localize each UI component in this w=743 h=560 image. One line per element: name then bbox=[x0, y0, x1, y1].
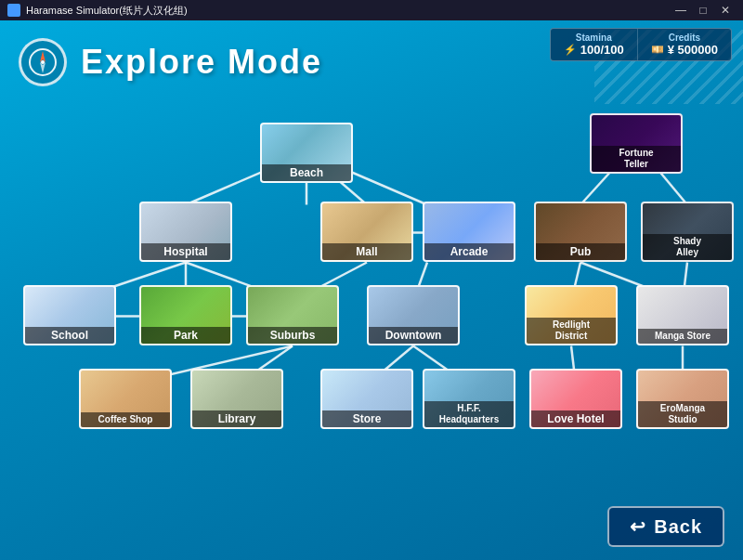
page-title: Explore Mode bbox=[81, 43, 322, 82]
location-hff[interactable]: H.F.F.Headquarters bbox=[423, 369, 515, 429]
main-area: Stamina ⚡ 100/100 Credits 💴 ¥ 500000 Exp… bbox=[0, 20, 743, 560]
location-lovehotel[interactable]: Love Hotel bbox=[529, 369, 622, 429]
location-label-park: Park bbox=[141, 327, 230, 344]
location-label-beach: Beach bbox=[262, 164, 351, 181]
location-downtown[interactable]: Downtown bbox=[367, 285, 460, 345]
minimize-button[interactable]: — bbox=[671, 2, 691, 19]
location-pub[interactable]: Pub bbox=[534, 202, 627, 262]
location-label-library: Library bbox=[192, 410, 281, 427]
location-beach[interactable]: Beach bbox=[260, 123, 353, 183]
back-button[interactable]: ↩ Back bbox=[607, 506, 724, 547]
location-eromanga[interactable]: EroMangaStudio bbox=[636, 369, 729, 429]
location-fortuneteller[interactable]: FortuneTeller bbox=[590, 113, 683, 174]
location-label-downtown: Downtown bbox=[369, 327, 458, 344]
location-label-coffeeshop: Coffee Shop bbox=[81, 412, 170, 427]
location-label-arcade: Arcade bbox=[424, 243, 514, 260]
map-container: BeachFortuneTellerHospitalMallArcadePubS… bbox=[0, 104, 743, 504]
location-mall[interactable]: Mall bbox=[320, 202, 413, 262]
location-coffeeshop[interactable]: Coffee Shop bbox=[79, 369, 172, 429]
app-title: Haramase Simulator(纸片人汉化组) bbox=[26, 4, 188, 18]
location-school[interactable]: School bbox=[23, 285, 116, 345]
location-label-eromanga: EroMangaStudio bbox=[638, 401, 727, 427]
location-hospital[interactable]: Hospital bbox=[139, 202, 232, 262]
location-label-hospital: Hospital bbox=[141, 243, 230, 260]
app-icon bbox=[7, 4, 20, 17]
location-label-fortuneteller: FortuneTeller bbox=[592, 146, 681, 172]
location-redlight[interactable]: RedlightDistrict bbox=[525, 285, 618, 345]
location-label-mall: Mall bbox=[322, 243, 411, 260]
back-icon: ↩ bbox=[630, 515, 646, 538]
back-label: Back bbox=[654, 516, 702, 538]
location-suburbs[interactable]: Suburbs bbox=[246, 285, 339, 345]
location-label-mangastore: Manga Store bbox=[638, 329, 727, 344]
location-label-suburbs: Suburbs bbox=[248, 327, 337, 344]
location-shadyalley[interactable]: ShadyAlley bbox=[641, 202, 734, 262]
location-library[interactable]: Library bbox=[190, 369, 283, 429]
svg-point-3 bbox=[41, 60, 45, 64]
page-header: Explore Mode bbox=[0, 30, 743, 95]
location-mangastore[interactable]: Manga Store bbox=[636, 285, 729, 345]
close-button[interactable]: ✕ bbox=[715, 2, 736, 19]
compass-icon bbox=[19, 38, 67, 86]
location-label-lovehotel: Love Hotel bbox=[531, 410, 620, 427]
location-label-redlight: RedlightDistrict bbox=[527, 318, 616, 344]
location-label-school: School bbox=[25, 327, 114, 344]
location-label-hff: H.F.F.Headquarters bbox=[424, 401, 514, 427]
title-bar-left: Haramase Simulator(纸片人汉化组) bbox=[7, 4, 188, 18]
location-arcade[interactable]: Arcade bbox=[423, 202, 515, 262]
location-label-pub: Pub bbox=[536, 243, 625, 260]
window-controls[interactable]: — □ ✕ bbox=[671, 2, 736, 19]
location-store[interactable]: Store bbox=[320, 369, 413, 429]
location-label-shadyalley: ShadyAlley bbox=[643, 234, 732, 260]
maximize-button[interactable]: □ bbox=[693, 2, 713, 19]
location-label-store: Store bbox=[322, 410, 411, 427]
location-park[interactable]: Park bbox=[139, 285, 232, 345]
title-bar: Haramase Simulator(纸片人汉化组) — □ ✕ bbox=[0, 0, 743, 20]
